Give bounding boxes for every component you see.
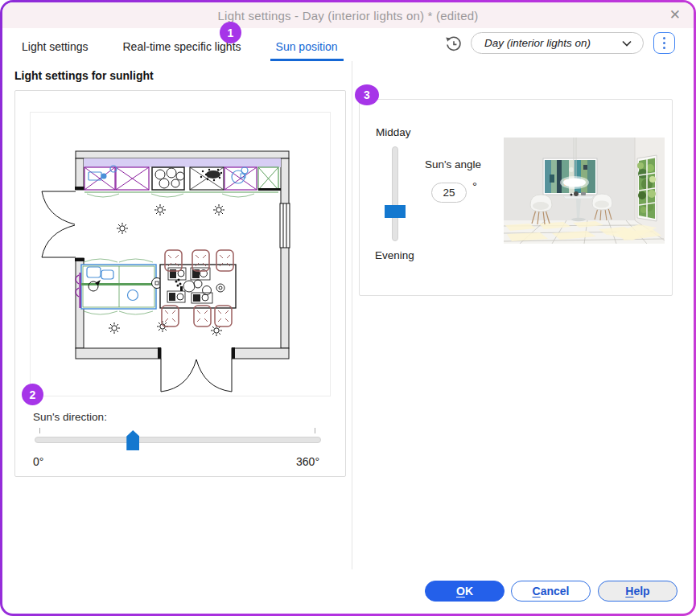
sun-angle-input[interactable]: 25 <box>431 183 467 203</box>
vertical-divider <box>352 61 352 569</box>
render-preview-drawing <box>504 138 665 244</box>
sun-angle-unit: ° <box>472 179 477 193</box>
sun-direction-label: Sun's direction: <box>33 411 107 423</box>
kebab-dot <box>663 37 666 40</box>
chevron-down-icon <box>620 37 633 50</box>
kebab-dot <box>663 42 666 45</box>
help-button[interactable]: Help <box>598 581 677 602</box>
direction-min-label: 0° <box>33 455 43 468</box>
history-icon <box>443 34 463 53</box>
light-preset-selected-value: Day (interior lights on) <box>484 37 620 49</box>
close-icon[interactable]: ✕ <box>669 7 681 23</box>
light-preset-dropdown[interactable]: Day (interior lights on) <box>471 32 644 54</box>
sun-elevation-handle[interactable] <box>385 205 406 218</box>
render-preview <box>504 138 665 244</box>
callout-badge-3: 3 <box>355 84 379 105</box>
slider-tick-start <box>39 428 40 433</box>
overflow-menu-button[interactable] <box>653 32 675 54</box>
floor-plan-preview <box>30 112 331 396</box>
sun-angle-label: Sun's angle <box>425 158 481 170</box>
section-heading: Light settings for sunlight <box>14 69 154 82</box>
light-settings-dialog: Light settings - Day (interior lights on… <box>0 0 696 616</box>
elevation-bottom-label: Evening <box>375 249 414 261</box>
tab-light-settings[interactable]: Light settings <box>16 40 94 61</box>
cancel-button[interactable]: Cancel <box>511 581 591 602</box>
history-restore-button[interactable] <box>443 34 463 53</box>
titlebar: Light settings - Day (interior lights on… <box>2 2 694 28</box>
sun-direction-handle[interactable] <box>126 430 139 450</box>
sun-elevation-panel: Midday Evening Sun's angle 25 ° <box>359 99 673 296</box>
ok-button[interactable]: OK <box>425 581 504 602</box>
kebab-dot <box>663 47 666 50</box>
elevation-top-label: Midday <box>376 126 411 138</box>
tab-real-time-specific-lights[interactable]: Real-time specific lights <box>117 40 247 61</box>
dialog-title: Light settings - Day (interior lights on… <box>218 9 479 23</box>
callout-badge-1: 1 <box>220 22 241 43</box>
floor-plan-drawing <box>31 113 330 396</box>
callout-badge-2: 2 <box>22 384 43 405</box>
tab-sun-position[interactable]: Sun position <box>270 40 344 61</box>
sun-direction-panel: Sun's direction: 0° 360° <box>14 90 346 477</box>
sun-direction-slider[interactable] <box>35 437 321 443</box>
sun-elevation-slider[interactable] <box>392 146 398 241</box>
direction-max-label: 360° <box>296 455 319 468</box>
tab-bar: Light settings Real-time specific lights… <box>16 40 344 61</box>
slider-tick-end <box>315 428 315 433</box>
